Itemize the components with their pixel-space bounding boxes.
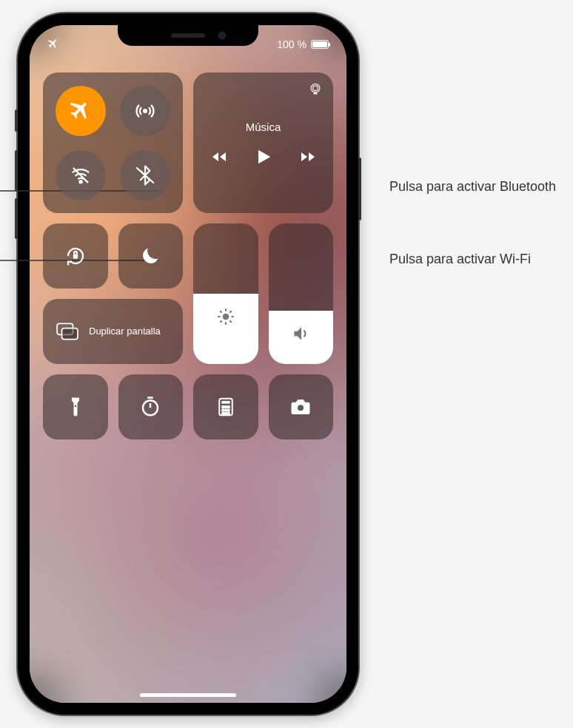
orientation-lock-button[interactable] [43, 223, 108, 289]
calculator-button[interactable] [193, 374, 258, 439]
svg-point-28 [225, 409, 227, 411]
svg-point-0 [144, 109, 147, 112]
svg-point-7 [222, 314, 229, 320]
svg-line-15 [229, 311, 231, 312]
camera-button[interactable] [269, 374, 334, 439]
svg-line-12 [220, 311, 221, 312]
brightness-icon [193, 307, 258, 326]
previous-track-button[interactable] [210, 148, 228, 169]
airplane-status-icon [47, 38, 59, 52]
transport-controls [210, 146, 317, 170]
screen-mirroring-button[interactable]: Duplicar pantalla [43, 299, 183, 364]
svg-rect-6 [73, 255, 78, 259]
svg-point-1 [80, 181, 82, 183]
svg-point-4 [311, 84, 320, 92]
play-button[interactable] [253, 146, 274, 170]
callout-wifi: Pulsa para activar Wi‑Fi [389, 250, 531, 268]
svg-rect-23 [221, 401, 229, 404]
bluetooth-button[interactable] [120, 150, 170, 200]
volume-up-button [15, 150, 18, 191]
airplane-mode-button[interactable] [56, 86, 106, 136]
notch [118, 25, 258, 46]
svg-line-13 [229, 320, 231, 322]
svg-point-25 [225, 406, 227, 408]
svg-point-26 [227, 406, 229, 408]
mute-switch [15, 109, 18, 132]
timer-button[interactable] [118, 374, 184, 439]
svg-point-33 [298, 405, 304, 411]
front-camera [218, 32, 226, 39]
brightness-slider[interactable] [193, 223, 258, 364]
airplay-icon[interactable] [308, 81, 323, 99]
connectivity-module[interactable] [43, 73, 183, 213]
cellular-data-button[interactable] [120, 86, 170, 136]
speaker-grille [171, 33, 205, 38]
svg-point-29 [227, 409, 229, 411]
music-title: Música [246, 121, 281, 133]
side-button [358, 158, 361, 220]
volume-down-button [15, 198, 18, 239]
wifi-button[interactable] [56, 150, 106, 200]
next-track-button[interactable] [299, 148, 317, 169]
music-module[interactable]: Música [193, 73, 333, 213]
screen: 100 % [30, 25, 346, 703]
do-not-disturb-button[interactable] [118, 223, 184, 289]
svg-rect-18 [75, 405, 77, 408]
svg-point-30 [222, 413, 224, 415]
svg-point-32 [227, 413, 229, 415]
svg-point-24 [222, 406, 224, 408]
home-indicator[interactable] [140, 693, 236, 697]
callout-bluetooth: Pulsa para activar Bluetooth [389, 178, 556, 195]
svg-point-27 [222, 409, 224, 411]
volume-icon [269, 324, 334, 343]
svg-point-5 [313, 86, 318, 91]
svg-point-31 [225, 413, 227, 415]
flashlight-button[interactable] [43, 374, 108, 439]
battery-icon [311, 40, 329, 49]
battery-percent: 100 % [277, 38, 306, 50]
svg-line-14 [220, 320, 221, 322]
svg-rect-17 [62, 328, 78, 340]
volume-slider[interactable] [269, 223, 334, 364]
screen-mirroring-label: Duplicar pantalla [89, 326, 161, 337]
phone-frame: 100 % [18, 13, 358, 715]
control-center: Música [43, 73, 333, 439]
